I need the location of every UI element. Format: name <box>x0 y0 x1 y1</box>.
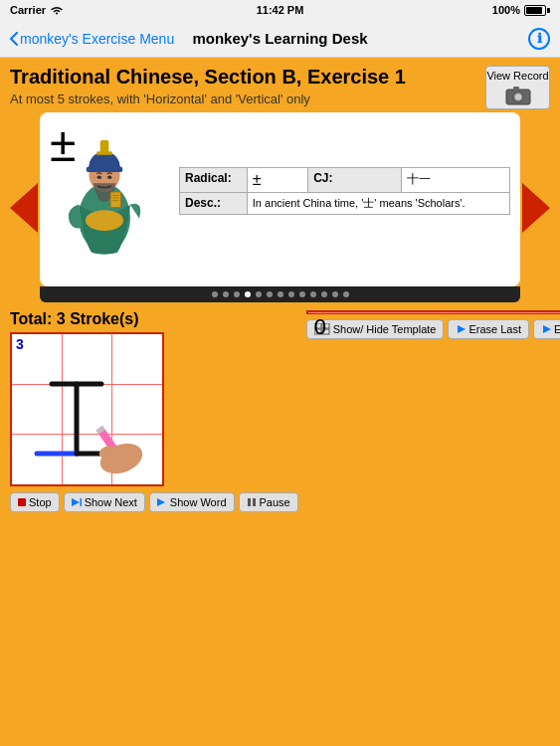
erase-last-label: Erase Last <box>468 323 521 335</box>
svg-point-5 <box>86 210 123 231</box>
dot-4 <box>256 291 262 297</box>
show-next-button[interactable]: Show Next <box>64 492 145 512</box>
back-chevron-icon <box>10 32 18 46</box>
pause-button[interactable]: Pause <box>239 492 298 512</box>
status-right: 100% <box>492 4 550 16</box>
svg-point-8 <box>107 176 111 179</box>
radical-value: ± <box>247 168 307 193</box>
exercise-row: Total: 3 Stroke(s) 3 <box>10 310 550 512</box>
flashcard-area: ± <box>10 112 550 302</box>
dot-6 <box>278 291 283 297</box>
svg-rect-10 <box>100 140 109 153</box>
carrier-label: Carrier <box>10 4 46 16</box>
svg-marker-25 <box>72 498 80 506</box>
show-hide-template-label: Show/ Hide Template <box>333 323 437 335</box>
pause-label: Pause <box>260 496 290 508</box>
dot-0 <box>212 291 218 297</box>
dot-10 <box>321 291 327 297</box>
nav-bar: monkey's Exercise Menu monkey's Learning… <box>0 20 560 58</box>
sage-svg <box>50 127 159 257</box>
svg-rect-3 <box>513 87 519 91</box>
cj-value: 十一 <box>402 168 510 193</box>
svg-point-23 <box>96 438 147 478</box>
status-left: Carrier <box>10 4 64 16</box>
svg-marker-37 <box>458 325 466 333</box>
svg-rect-12 <box>110 192 120 208</box>
nav-title: monkey's Learning Desk <box>192 30 367 47</box>
show-word-icon <box>157 497 167 507</box>
dot-3 <box>245 291 251 297</box>
small-grid-number: 3 <box>16 336 24 352</box>
next-card-button[interactable] <box>522 183 550 233</box>
erase-all-label: Erase All <box>554 323 560 335</box>
erase-last-icon <box>456 324 466 334</box>
pause-icon <box>247 497 257 507</box>
erase-last-button[interactable]: Erase Last <box>448 319 529 339</box>
info-button[interactable]: ℹ <box>528 28 550 50</box>
show-word-button[interactable]: Show Word <box>149 492 235 512</box>
sage-figure <box>50 127 169 257</box>
page-indicators <box>40 286 520 302</box>
stop-icon <box>18 498 26 506</box>
back-label: monkey's Exercise Menu <box>20 31 174 47</box>
svg-marker-27 <box>157 498 165 506</box>
stroke-count: Total: 3 Stroke(s) <box>10 310 298 328</box>
svg-rect-26 <box>80 498 82 506</box>
big-grid-number: 0 <box>314 314 326 340</box>
big-grid-h2 <box>308 312 560 313</box>
desc-value: In ancient China time, '士' means 'Schola… <box>247 193 509 215</box>
character-info-table: Radical: ± CJ: 十一 Desc.: In ancient Chin… <box>179 167 510 257</box>
camera-icon <box>504 84 532 105</box>
big-grid[interactable]: 0 <box>306 310 560 314</box>
small-grid[interactable]: 3 <box>10 332 164 486</box>
right-panel: 0 <box>306 310 560 339</box>
bottom-buttons-left: Stop Show Next Show Word <box>10 492 298 512</box>
svg-point-7 <box>97 176 101 179</box>
flashcard: ± <box>40 112 520 286</box>
dot-11 <box>332 291 338 297</box>
section-subtitle: At most 5 strokes, with 'Horizontal' and… <box>10 92 550 106</box>
view-record-label: View Record <box>486 70 548 82</box>
desc-label: Desc.: <box>180 193 248 215</box>
status-time: 11:42 PM <box>257 4 304 16</box>
status-bar: Carrier 11:42 PM 100% <box>0 0 560 20</box>
svg-rect-28 <box>248 498 251 506</box>
section-title: Traditional Chinese, Section B, Exercise… <box>10 66 550 89</box>
cj-label: CJ: <box>308 168 402 193</box>
dot-8 <box>299 291 305 297</box>
dot-9 <box>310 291 316 297</box>
back-button[interactable]: monkey's Exercise Menu <box>10 31 174 47</box>
view-record-button[interactable]: View Record <box>485 66 550 109</box>
show-word-label: Show Word <box>170 496 227 508</box>
show-next-icon <box>72 497 82 507</box>
stop-button[interactable]: Stop <box>10 492 60 512</box>
prev-card-button[interactable] <box>10 183 38 233</box>
left-arrow-icon <box>10 183 38 233</box>
battery-icon <box>524 5 550 16</box>
dot-7 <box>288 291 294 297</box>
svg-marker-38 <box>543 325 551 333</box>
radical-label: Radical: <box>180 168 248 193</box>
svg-rect-29 <box>253 498 256 506</box>
stop-label: Stop <box>29 496 52 508</box>
hand-svg <box>12 334 166 488</box>
dot-2 <box>234 291 240 297</box>
dot-5 <box>267 291 273 297</box>
svg-rect-11 <box>96 151 112 154</box>
erase-all-icon <box>541 324 551 334</box>
wifi-icon <box>50 5 64 15</box>
left-panel: Total: 3 Stroke(s) 3 <box>10 310 298 512</box>
show-hide-template-button[interactable]: Show/ Hide Template <box>306 319 445 339</box>
right-arrow-icon <box>522 183 550 233</box>
bottom-buttons-right: Show/ Hide Template Erase Last Erase All <box>306 319 560 339</box>
battery-label: 100% <box>492 4 520 16</box>
erase-all-button[interactable]: Erase All <box>533 319 560 339</box>
main-content: View Record Traditional Chinese, Section… <box>0 58 560 520</box>
show-next-label: Show Next <box>85 496 137 508</box>
svg-point-2 <box>515 94 521 100</box>
dot-1 <box>223 291 229 297</box>
svg-rect-9 <box>87 167 122 172</box>
dot-12 <box>343 291 349 297</box>
flashcard-content: Radical: ± CJ: 十一 Desc.: In ancient Chin… <box>50 127 510 257</box>
